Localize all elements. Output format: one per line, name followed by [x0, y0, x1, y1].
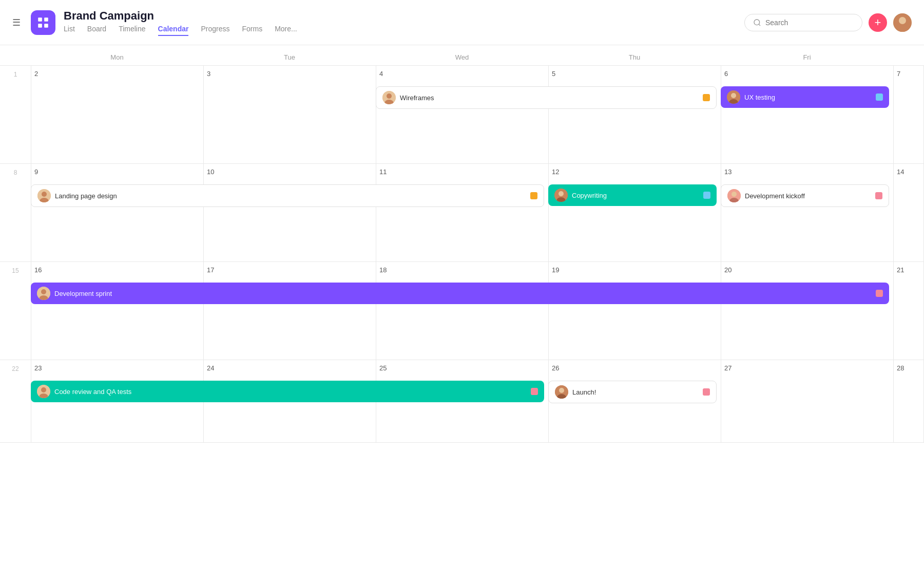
calendar-day-12[interactable]: 12	[548, 164, 721, 261]
svg-point-4	[754, 20, 760, 25]
day-header-thu: Thu	[548, 53, 721, 61]
header-nav: List Board Timeline Calendar Progress Fo…	[64, 25, 736, 36]
calendar-day-9[interactable]: 9	[31, 164, 203, 261]
avatar[interactable]	[893, 13, 912, 32]
calendar: Mon Tue Wed Thu Fri 1 2 3 4 5 6 7 Wirefr…	[0, 45, 924, 443]
calendar-day-headers: Mon Tue Wed Thu Fri	[0, 45, 924, 66]
nav-calendar[interactable]: Calendar	[158, 25, 189, 36]
calendar-week-15: 15 16 17 18 19 20 21 Development sprint	[0, 262, 924, 360]
header-actions: +	[744, 13, 912, 32]
day-header-wed: Wed	[376, 53, 548, 61]
svg-rect-0	[38, 17, 42, 22]
nav-list[interactable]: List	[64, 25, 75, 36]
calendar-day-5[interactable]: 5	[548, 66, 721, 163]
nav-timeline[interactable]: Timeline	[119, 25, 145, 36]
logo-icon	[36, 16, 50, 29]
user-avatar-icon	[893, 13, 912, 32]
calendar-day-20[interactable]: 20	[721, 262, 893, 360]
app-header: ☰ Brand Campaign List Board Timeline Cal…	[0, 0, 924, 45]
calendar-week-22: 22 23 24 25 26 27 28 Code review and QA …	[0, 360, 924, 443]
calendar-day-16[interactable]: 16	[31, 262, 203, 360]
calendar-day-3[interactable]: 3	[203, 66, 376, 163]
svg-line-5	[759, 24, 760, 26]
calendar-day-25[interactable]: 25	[376, 360, 548, 442]
day-header-tue: Tue	[203, 53, 376, 61]
calendar-day-10[interactable]: 10	[203, 164, 376, 261]
calendar-week-1: 1 2 3 4 5 6 7 Wireframes UX testing	[0, 66, 924, 164]
week-number-1: 1	[0, 66, 31, 163]
calendar-day-13[interactable]: 13	[721, 164, 893, 261]
svg-rect-3	[44, 24, 48, 28]
svg-rect-2	[38, 24, 42, 28]
calendar-day-7[interactable]: 7	[893, 66, 924, 163]
nav-more[interactable]: More...	[275, 25, 297, 36]
calendar-day-28[interactable]: 28	[893, 360, 924, 442]
header-title-section: Brand Campaign List Board Timeline Calen…	[64, 9, 736, 36]
hamburger-icon[interactable]: ☰	[12, 17, 21, 28]
calendar-day-2[interactable]: 2	[31, 66, 203, 163]
calendar-week-8: 8 9 10 11 12 13 14 Landing page design C…	[0, 164, 924, 262]
calendar-day-18[interactable]: 18	[376, 262, 548, 360]
svg-rect-1	[44, 17, 48, 22]
calendar-day-23[interactable]: 23	[31, 360, 203, 442]
svg-point-7	[899, 17, 906, 24]
search-box[interactable]	[744, 14, 862, 31]
nav-progress[interactable]: Progress	[201, 25, 229, 36]
day-header-mon: Mon	[31, 53, 203, 61]
calendar-day-19[interactable]: 19	[548, 262, 721, 360]
add-button[interactable]: +	[869, 13, 887, 32]
calendar-day-17[interactable]: 17	[203, 262, 376, 360]
calendar-day-11[interactable]: 11	[376, 164, 548, 261]
calendar-day-14[interactable]: 14	[893, 164, 924, 261]
calendar-day-21[interactable]: 21	[893, 262, 924, 360]
calendar-day-27[interactable]: 27	[721, 360, 893, 442]
calendar-day-6[interactable]: 6	[721, 66, 893, 163]
nav-board[interactable]: Board	[87, 25, 106, 36]
search-input[interactable]	[765, 18, 854, 27]
week-number-8: 8	[0, 164, 31, 261]
search-icon	[753, 18, 761, 27]
calendar-day-26[interactable]: 26	[548, 360, 721, 442]
calendar-day-4[interactable]: 4	[376, 66, 548, 163]
nav-forms[interactable]: Forms	[242, 25, 263, 36]
week-number-22: 22	[0, 360, 31, 442]
project-title: Brand Campaign	[64, 9, 736, 23]
calendar-day-24[interactable]: 24	[203, 360, 376, 442]
week-number-15: 15	[0, 262, 31, 360]
day-header-fri: Fri	[721, 53, 893, 61]
app-logo	[31, 10, 55, 35]
